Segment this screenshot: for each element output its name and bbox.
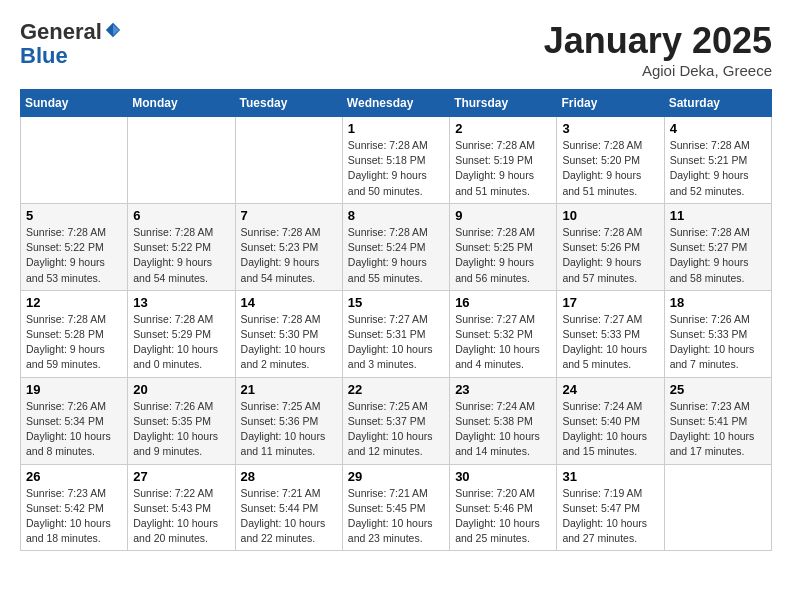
calendar-header-row: SundayMondayTuesdayWednesdayThursdayFrid… (21, 90, 772, 117)
calendar-cell: 7Sunrise: 7:28 AMSunset: 5:23 PMDaylight… (235, 203, 342, 290)
weekday-header: Friday (557, 90, 664, 117)
calendar-cell: 26Sunrise: 7:23 AMSunset: 5:42 PMDayligh… (21, 464, 128, 551)
day-info: Sunrise: 7:28 AMSunset: 5:19 PMDaylight:… (455, 138, 551, 199)
day-info: Sunrise: 7:28 AMSunset: 5:29 PMDaylight:… (133, 312, 229, 373)
day-info: Sunrise: 7:28 AMSunset: 5:18 PMDaylight:… (348, 138, 444, 199)
day-number: 3 (562, 121, 658, 136)
day-info: Sunrise: 7:23 AMSunset: 5:41 PMDaylight:… (670, 399, 766, 460)
day-number: 16 (455, 295, 551, 310)
day-info: Sunrise: 7:27 AMSunset: 5:31 PMDaylight:… (348, 312, 444, 373)
day-number: 21 (241, 382, 337, 397)
day-info: Sunrise: 7:28 AMSunset: 5:22 PMDaylight:… (26, 225, 122, 286)
day-info: Sunrise: 7:21 AMSunset: 5:45 PMDaylight:… (348, 486, 444, 547)
day-number: 29 (348, 469, 444, 484)
day-info: Sunrise: 7:28 AMSunset: 5:21 PMDaylight:… (670, 138, 766, 199)
calendar-week-row: 19Sunrise: 7:26 AMSunset: 5:34 PMDayligh… (21, 377, 772, 464)
day-info: Sunrise: 7:26 AMSunset: 5:33 PMDaylight:… (670, 312, 766, 373)
day-info: Sunrise: 7:22 AMSunset: 5:43 PMDaylight:… (133, 486, 229, 547)
day-info: Sunrise: 7:28 AMSunset: 5:20 PMDaylight:… (562, 138, 658, 199)
calendar-cell (21, 117, 128, 204)
calendar-cell (128, 117, 235, 204)
calendar-week-row: 12Sunrise: 7:28 AMSunset: 5:28 PMDayligh… (21, 290, 772, 377)
day-info: Sunrise: 7:20 AMSunset: 5:46 PMDaylight:… (455, 486, 551, 547)
calendar-cell: 11Sunrise: 7:28 AMSunset: 5:27 PMDayligh… (664, 203, 771, 290)
calendar-cell: 2Sunrise: 7:28 AMSunset: 5:19 PMDaylight… (450, 117, 557, 204)
calendar-cell: 3Sunrise: 7:28 AMSunset: 5:20 PMDaylight… (557, 117, 664, 204)
calendar-week-row: 1Sunrise: 7:28 AMSunset: 5:18 PMDaylight… (21, 117, 772, 204)
calendar-cell: 10Sunrise: 7:28 AMSunset: 5:26 PMDayligh… (557, 203, 664, 290)
day-number: 27 (133, 469, 229, 484)
title-block: January 2025 Agioi Deka, Greece (544, 20, 772, 79)
weekday-header: Saturday (664, 90, 771, 117)
day-number: 28 (241, 469, 337, 484)
calendar-cell: 20Sunrise: 7:26 AMSunset: 5:35 PMDayligh… (128, 377, 235, 464)
calendar-cell: 18Sunrise: 7:26 AMSunset: 5:33 PMDayligh… (664, 290, 771, 377)
weekday-header: Thursday (450, 90, 557, 117)
day-info: Sunrise: 7:28 AMSunset: 5:27 PMDaylight:… (670, 225, 766, 286)
day-number: 18 (670, 295, 766, 310)
day-number: 14 (241, 295, 337, 310)
location: Agioi Deka, Greece (544, 62, 772, 79)
day-number: 10 (562, 208, 658, 223)
day-number: 26 (26, 469, 122, 484)
day-info: Sunrise: 7:21 AMSunset: 5:44 PMDaylight:… (241, 486, 337, 547)
day-info: Sunrise: 7:28 AMSunset: 5:25 PMDaylight:… (455, 225, 551, 286)
calendar-cell: 1Sunrise: 7:28 AMSunset: 5:18 PMDaylight… (342, 117, 449, 204)
logo-blue-text: Blue (20, 43, 68, 68)
calendar-cell: 23Sunrise: 7:24 AMSunset: 5:38 PMDayligh… (450, 377, 557, 464)
day-number: 30 (455, 469, 551, 484)
day-number: 12 (26, 295, 122, 310)
day-info: Sunrise: 7:28 AMSunset: 5:30 PMDaylight:… (241, 312, 337, 373)
day-number: 23 (455, 382, 551, 397)
day-number: 19 (26, 382, 122, 397)
calendar-cell: 16Sunrise: 7:27 AMSunset: 5:32 PMDayligh… (450, 290, 557, 377)
calendar-cell: 15Sunrise: 7:27 AMSunset: 5:31 PMDayligh… (342, 290, 449, 377)
calendar-cell: 22Sunrise: 7:25 AMSunset: 5:37 PMDayligh… (342, 377, 449, 464)
calendar-cell: 28Sunrise: 7:21 AMSunset: 5:44 PMDayligh… (235, 464, 342, 551)
day-number: 8 (348, 208, 444, 223)
calendar-week-row: 26Sunrise: 7:23 AMSunset: 5:42 PMDayligh… (21, 464, 772, 551)
day-number: 17 (562, 295, 658, 310)
calendar-table: SundayMondayTuesdayWednesdayThursdayFrid… (20, 89, 772, 551)
day-number: 2 (455, 121, 551, 136)
day-number: 5 (26, 208, 122, 223)
calendar-cell: 5Sunrise: 7:28 AMSunset: 5:22 PMDaylight… (21, 203, 128, 290)
day-info: Sunrise: 7:27 AMSunset: 5:33 PMDaylight:… (562, 312, 658, 373)
calendar-cell: 27Sunrise: 7:22 AMSunset: 5:43 PMDayligh… (128, 464, 235, 551)
day-number: 20 (133, 382, 229, 397)
calendar-body: 1Sunrise: 7:28 AMSunset: 5:18 PMDaylight… (21, 117, 772, 551)
day-number: 13 (133, 295, 229, 310)
calendar-cell: 6Sunrise: 7:28 AMSunset: 5:22 PMDaylight… (128, 203, 235, 290)
day-number: 9 (455, 208, 551, 223)
logo: General Blue (20, 20, 122, 68)
day-number: 22 (348, 382, 444, 397)
day-number: 25 (670, 382, 766, 397)
day-info: Sunrise: 7:24 AMSunset: 5:38 PMDaylight:… (455, 399, 551, 460)
calendar-cell: 4Sunrise: 7:28 AMSunset: 5:21 PMDaylight… (664, 117, 771, 204)
calendar-cell: 9Sunrise: 7:28 AMSunset: 5:25 PMDaylight… (450, 203, 557, 290)
day-number: 4 (670, 121, 766, 136)
day-number: 11 (670, 208, 766, 223)
day-number: 7 (241, 208, 337, 223)
day-info: Sunrise: 7:23 AMSunset: 5:42 PMDaylight:… (26, 486, 122, 547)
day-number: 15 (348, 295, 444, 310)
weekday-header: Sunday (21, 90, 128, 117)
calendar-cell: 29Sunrise: 7:21 AMSunset: 5:45 PMDayligh… (342, 464, 449, 551)
day-number: 6 (133, 208, 229, 223)
day-number: 1 (348, 121, 444, 136)
calendar-week-row: 5Sunrise: 7:28 AMSunset: 5:22 PMDaylight… (21, 203, 772, 290)
calendar-cell: 13Sunrise: 7:28 AMSunset: 5:29 PMDayligh… (128, 290, 235, 377)
logo-general-text: General (20, 19, 102, 44)
calendar-cell: 24Sunrise: 7:24 AMSunset: 5:40 PMDayligh… (557, 377, 664, 464)
day-info: Sunrise: 7:19 AMSunset: 5:47 PMDaylight:… (562, 486, 658, 547)
calendar-cell (235, 117, 342, 204)
calendar-cell: 30Sunrise: 7:20 AMSunset: 5:46 PMDayligh… (450, 464, 557, 551)
day-info: Sunrise: 7:26 AMSunset: 5:35 PMDaylight:… (133, 399, 229, 460)
calendar-cell (664, 464, 771, 551)
day-info: Sunrise: 7:25 AMSunset: 5:37 PMDaylight:… (348, 399, 444, 460)
calendar-cell: 19Sunrise: 7:26 AMSunset: 5:34 PMDayligh… (21, 377, 128, 464)
day-info: Sunrise: 7:25 AMSunset: 5:36 PMDaylight:… (241, 399, 337, 460)
day-info: Sunrise: 7:28 AMSunset: 5:28 PMDaylight:… (26, 312, 122, 373)
month-title: January 2025 (544, 20, 772, 62)
page-header: General Blue January 2025 Agioi Deka, Gr… (20, 20, 772, 79)
